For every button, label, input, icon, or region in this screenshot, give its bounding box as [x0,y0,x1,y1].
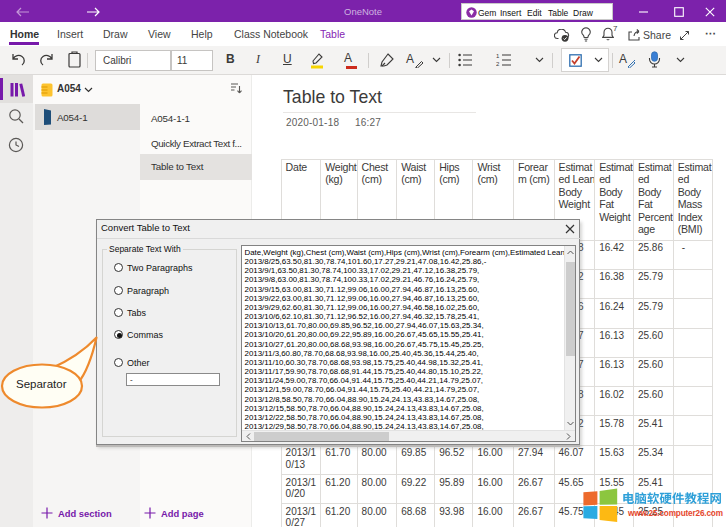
svg-text:1: 1 [496,53,500,59]
svg-text:www.25.computer26.com: www.25.computer26.com [627,509,723,518]
svg-text:Separator: Separator [16,378,67,390]
svg-text:2: 2 [496,61,500,67]
